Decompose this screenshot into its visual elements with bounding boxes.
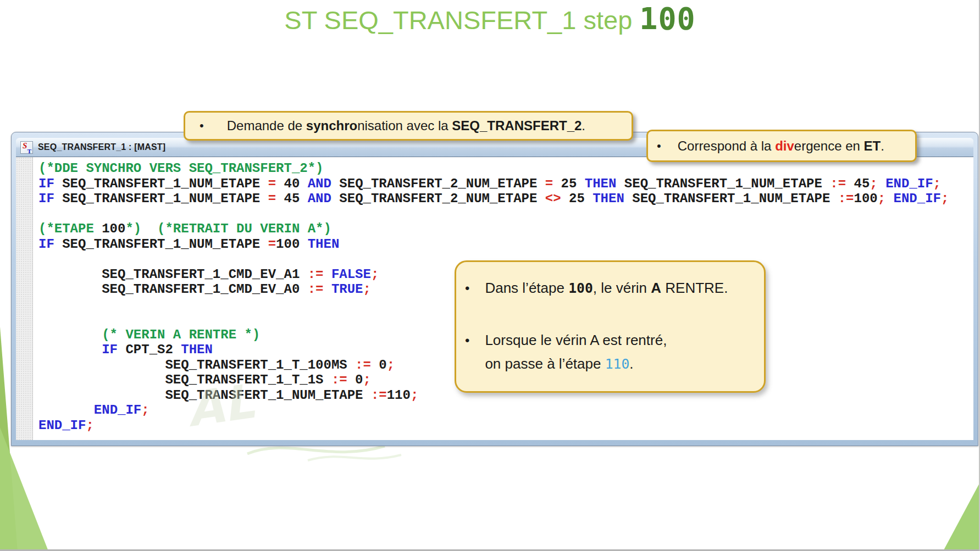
code-token: 0 [371, 358, 387, 372]
bullet-icon: • [465, 276, 469, 300]
code-token: SEQ_TRANSFERT_1_T_100MS [38, 358, 355, 372]
code-token: SEQ_TRANSFERT_1_NUM_ETAPE [616, 176, 830, 191]
editor-gutter [16, 157, 33, 440]
text-segment: Correspond à la [678, 138, 775, 153]
bullet-icon: • [465, 329, 469, 352]
code-token: 45 [276, 191, 308, 206]
code-token [38, 403, 94, 418]
code-token: END_IF [94, 403, 141, 418]
bullet-icon: • [657, 139, 661, 153]
text-segment: Lorsque le vérin A est rentré, [485, 332, 667, 348]
callout-step-item-2: • Lorsque le vérin A est rentré,on passe… [465, 329, 754, 376]
code-token: := [308, 267, 324, 282]
code-token: 0 [347, 372, 363, 387]
code-line: END_IF; [38, 418, 973, 433]
code-token: TRUE [331, 282, 363, 297]
text-segment: synchro [306, 118, 357, 133]
window-title: SEQ_TRANSFERT_1 : [MAST] [38, 142, 165, 152]
code-token: ; [371, 267, 379, 282]
code-token: ; [411, 388, 418, 403]
callout-divergence-text: Correspond à la divergence en ET. [678, 138, 884, 154]
code-token: THEN [593, 191, 624, 206]
code-token: IF [38, 237, 54, 252]
bullet-icon: • [200, 119, 204, 133]
text-segment: div [775, 138, 794, 153]
code-line: END_IF; [38, 403, 973, 418]
code-token: *) (*RETRAIT DU VERIN A*) [125, 221, 331, 236]
watermark-swirl-2 [308, 455, 401, 460]
code-token: FALSE [331, 267, 371, 282]
code-token [885, 191, 893, 206]
code-token: IF [38, 191, 54, 206]
code-token [878, 176, 885, 191]
code-token: SEQ_TRANSFERT_1_NUM_ETAPE [624, 191, 838, 206]
code-token: SEQ_TRANSFERT_1_NUM_ETAPE [54, 191, 268, 206]
code-token: END_IF [38, 418, 86, 433]
text-segment: nisation avec la [357, 118, 452, 133]
code-token: = [268, 191, 276, 206]
code-token: := [308, 282, 324, 297]
text-segment: . [582, 118, 585, 133]
slide: ST SEQ_TRANSFERT_1 step 100 S T SEQ_TRAN… [0, 0, 980, 551]
callout-step: • Dans l’étape 100, le vérin A RENTRE. •… [455, 260, 766, 393]
code-token: 100 [102, 221, 125, 236]
text-segment: on passe à l’étape [485, 355, 605, 372]
code-token: END_IF [885, 176, 933, 191]
callout-step-text-2: Lorsque le vérin A est rentré,on passe à… [485, 329, 667, 376]
code-token: THEN [585, 176, 617, 191]
code-token: THEN [308, 237, 340, 252]
text-segment: SEQ_TRANSFERT_2 [452, 118, 582, 133]
callout-divergence: • Correspond à la divergence en ET. [646, 130, 917, 162]
code-token: := [331, 372, 347, 387]
callout-step-text-1: Dans l’étape 100, le vérin A RENTRE. [485, 276, 728, 300]
text-segment: Dans l’étape [485, 280, 568, 296]
code-token: := [355, 358, 371, 372]
code-token: ; [933, 176, 941, 191]
code-token: (*DDE SYNCHRO VERS SEQ_TRANSFERT_2*) [38, 161, 323, 176]
code-token: SEQ_TRANSFERT_1_NUM_ETAPE [54, 176, 268, 191]
code-token: SEQ_TRANSFERT_1_CMD_EV_A1 [38, 267, 308, 282]
text-segment: A [651, 280, 661, 296]
code-token: SEQ_TRANSFERT_2_NUM_ETAPE [331, 176, 545, 191]
st-icon-letter-s: S [23, 141, 27, 151]
watermark-swirl [247, 446, 385, 454]
code-token: 40 [276, 176, 308, 191]
code-token: SEQ_TRANSFERT_1_NUM_ETAPE [54, 237, 268, 252]
code-token: ; [363, 282, 371, 297]
code-token: := [371, 388, 387, 403]
code-token: ; [363, 372, 371, 387]
text-segment: ET [864, 138, 881, 153]
code-token [38, 342, 102, 357]
code-token: ; [387, 358, 395, 372]
slide-title-step-number: 100 [639, 1, 695, 36]
st-language-icon: S T [20, 141, 33, 154]
st-icon-letter-t: T [27, 148, 31, 154]
code-token: = [545, 176, 553, 191]
code-token: (* VERIN A RENTRE *) [102, 327, 260, 342]
code-token: ; [941, 191, 949, 206]
code-token: 110 [387, 388, 411, 403]
code-token: ; [141, 403, 149, 418]
text-segment: RENTRE. [661, 280, 728, 296]
code-token: := [838, 191, 854, 206]
callout-synchro: • Demande de synchronisation avec la SEQ… [184, 111, 633, 141]
slide-title: ST SEQ_TRANSFERT_1 step 100 [0, 1, 980, 36]
code-token: 100 [276, 237, 308, 252]
code-token: 25 [561, 191, 593, 206]
code-line: IF SEQ_TRANSFERT_1_NUM_ETAPE = 45 AND SE… [38, 191, 973, 207]
code-token: = [268, 237, 276, 252]
code-token: SEQ_TRANSFERT_2_NUM_ETAPE [331, 191, 545, 206]
text-segment: 100 [568, 280, 593, 296]
bottom-right-triangle [943, 482, 980, 551]
code-token: = [268, 176, 276, 191]
code-token: AND [308, 176, 331, 191]
text-segment: , le vérin [593, 280, 651, 296]
code-token: AND [308, 191, 331, 206]
code-line: IF SEQ_TRANSFERT_1_NUM_ETAPE = 40 AND SE… [38, 176, 973, 192]
code-line: (*DDE SYNCHRO VERS SEQ_TRANSFERT_2*) [38, 161, 973, 176]
code-line: IF SEQ_TRANSFERT_1_NUM_ETAPE =100 THEN [38, 237, 973, 252]
text-segment: ergence en [794, 138, 864, 153]
code-token: ; [878, 191, 885, 206]
code-line [38, 207, 973, 222]
text-segment: Demande de [227, 118, 306, 133]
